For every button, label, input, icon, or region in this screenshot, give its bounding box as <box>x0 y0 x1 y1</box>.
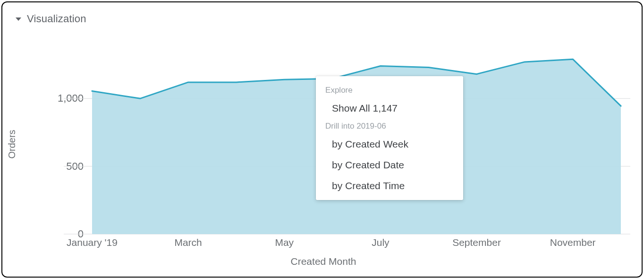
panel-header[interactable]: Visualization <box>16 13 86 25</box>
x-axis-label: Created Month <box>17 256 630 267</box>
popover-drill-date[interactable]: by Created Date <box>316 155 463 175</box>
x-tick: September <box>452 237 501 248</box>
x-axis-ticks: January '19MarchMayJulySeptemberNovember <box>92 237 621 251</box>
x-tick: January '19 <box>67 237 118 248</box>
y-axis-ticks: 05001,000 <box>45 31 87 234</box>
y-axis-label: Orders <box>7 130 17 158</box>
panel-title: Visualization <box>27 13 86 25</box>
chevron-down-icon <box>16 17 21 21</box>
popover-drill-week[interactable]: by Created Week <box>316 134 463 155</box>
x-tick: November <box>550 237 596 248</box>
x-tick: July <box>372 237 389 248</box>
popover-drill-time[interactable]: by Created Time <box>316 175 463 196</box>
popover-explore-header: Explore <box>316 83 463 98</box>
x-tick: March <box>174 237 202 248</box>
popover-show-all-item[interactable]: Show All 1,147 <box>316 98 463 119</box>
visualization-panel: Visualization Orders 05001,000 January '… <box>1 1 643 278</box>
x-tick: May <box>275 237 294 248</box>
popover-drill-header: Drill into 2019-06 <box>316 119 463 134</box>
drill-popover: Explore Show All 1,147 Drill into 2019-0… <box>316 76 463 200</box>
